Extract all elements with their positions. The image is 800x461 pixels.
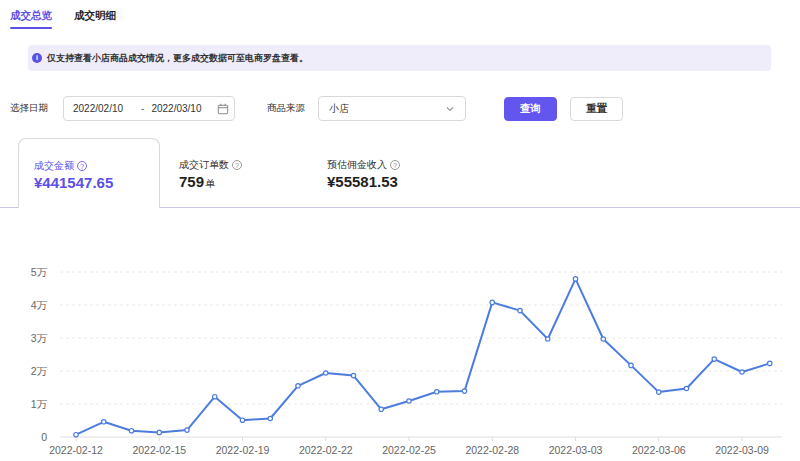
tab-transaction-overview[interactable]: 成交总览 (10, 9, 52, 29)
stat-orders-label: 成交订单数? (179, 158, 242, 172)
source-select-value: 小店 (329, 102, 445, 116)
svg-text:3万: 3万 (31, 332, 48, 344)
reset-button[interactable]: 重置 (570, 97, 623, 121)
info-icon: i (32, 53, 42, 63)
tab-overview-label: 成交总览 (10, 9, 52, 21)
question-circle-icon[interactable]: ? (77, 161, 87, 171)
question-circle-icon[interactable]: ? (232, 160, 242, 170)
date-separator: - (141, 103, 144, 114)
stat-orders-value: 759单 (179, 173, 242, 191)
stat-amount-value: ¥441547.65 (34, 174, 159, 191)
calendar-icon (217, 103, 229, 115)
chart-svg: 01万2万3万4万5万2022-02-122022-02-152022-02-1… (0, 240, 800, 461)
source-select[interactable]: 小店 (318, 96, 466, 121)
svg-text:1万: 1万 (31, 398, 48, 410)
stat-amount-label: 成交金额? (34, 159, 159, 173)
date-start-value: 2022/02/10 (73, 103, 123, 114)
svg-text:2022-02-12: 2022-02-12 (49, 444, 103, 456)
info-banner-text: 仅支持查看小店商品成交情况，更多成交数据可至电商罗盘查看。 (47, 52, 308, 65)
stat-order-count[interactable]: 成交订单数? 759单 (179, 158, 242, 191)
date-label: 选择日期 (10, 102, 48, 115)
tab-transaction-detail[interactable]: 成交明细 (74, 9, 116, 29)
top-tabs: 成交总览 成交明细 (10, 9, 116, 29)
svg-text:2022-02-15: 2022-02-15 (132, 444, 186, 456)
filter-bar: 选择日期 2022/02/10 - 2022/03/10 商品来源 小店 查询 … (10, 96, 623, 121)
info-banner: i 仅支持查看小店商品成交情况，更多成交数据可至电商罗盘查看。 (28, 45, 771, 71)
svg-text:4万: 4万 (31, 299, 48, 311)
stats-tabs: 成交金额? ¥441547.65 成交订单数? 759单 预估佣金收入? ¥55… (0, 138, 800, 208)
transaction-overview-page: 成交总览 成交明细 i 仅支持查看小店商品成交情况，更多成交数据可至电商罗盘查看… (0, 0, 800, 461)
svg-text:2022-02-28: 2022-02-28 (465, 444, 519, 456)
svg-text:5万: 5万 (31, 266, 48, 278)
active-tab-underline (10, 27, 52, 30)
stat-commission-label: 预估佣金收入? (327, 158, 400, 172)
stat-card-transaction-amount[interactable]: 成交金额? ¥441547.65 (18, 138, 160, 208)
svg-text:2022-03-09: 2022-03-09 (715, 444, 769, 456)
date-range-input[interactable]: 2022/02/10 - 2022/03/10 (63, 96, 235, 121)
svg-text:2022-03-06: 2022-03-06 (632, 444, 686, 456)
svg-text:2022-02-22: 2022-02-22 (299, 444, 353, 456)
stat-commission-value: ¥55581.53 (327, 173, 400, 190)
query-button[interactable]: 查询 (504, 97, 557, 121)
svg-text:2022-02-25: 2022-02-25 (382, 444, 436, 456)
source-label: 商品来源 (267, 102, 305, 115)
stat-commission[interactable]: 预估佣金收入? ¥55581.53 (327, 158, 400, 190)
question-circle-icon[interactable]: ? (390, 160, 400, 170)
chevron-down-icon (445, 104, 455, 114)
transaction-line-chart[interactable]: 01万2万3万4万5万2022-02-122022-02-152022-02-1… (0, 240, 800, 461)
svg-text:2万: 2万 (31, 365, 48, 377)
date-end-value: 2022/03/10 (151, 103, 201, 114)
svg-text:2022-02-19: 2022-02-19 (216, 444, 270, 456)
svg-text:0: 0 (41, 431, 47, 443)
tab-detail-label: 成交明细 (74, 9, 116, 21)
svg-text:2022-03-03: 2022-03-03 (549, 444, 603, 456)
